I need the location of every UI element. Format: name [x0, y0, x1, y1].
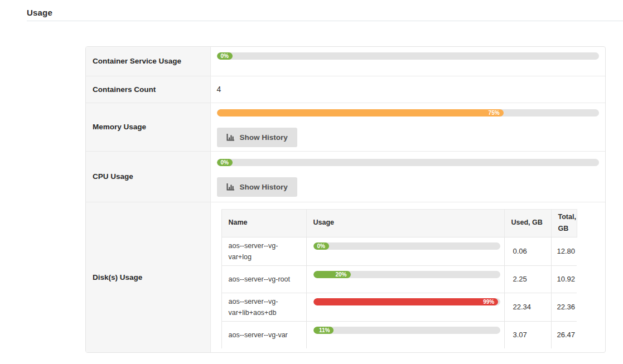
table-row: Container Service Usage 0% — [86, 47, 605, 76]
progress-fill: 99% — [313, 298, 499, 305]
disk-used-value: 22.34 — [504, 293, 551, 321]
table-row: CPU Usage 0% Show History — [86, 151, 605, 202]
disks-header-name: Name — [221, 209, 306, 237]
progress-fill: 75% — [217, 109, 504, 117]
row-label-cpu-usage: CPU Usage — [86, 151, 210, 202]
disk-used-value: 3.07 — [504, 321, 551, 348]
usage-card: Container Service Usage 0% Containers Co… — [85, 46, 606, 353]
table-row: Disk(s) Usage Name Usage Used, GB Total,… — [86, 202, 605, 352]
show-history-button[interactable]: Show History — [217, 177, 297, 197]
disk-total-value: 10.92 — [551, 265, 577, 293]
disk-usage-cell: 99% — [306, 293, 504, 321]
disk-name: aos--server--vg-var+log — [221, 237, 306, 265]
disk-usage-cell: 0% — [306, 237, 504, 265]
bar-chart-icon — [226, 133, 235, 142]
container-service-usage-bar: 0% — [217, 52, 600, 60]
disk-used-value: 2.25 — [504, 265, 551, 293]
disk-usage-bar: 20% — [313, 271, 500, 278]
usage-table: Container Service Usage 0% Containers Co… — [86, 47, 605, 352]
progress-fill: 0% — [217, 52, 233, 60]
row-label-memory-usage: Memory Usage — [86, 103, 210, 151]
title-divider — [27, 21, 623, 21]
disks-header-total: Total, GB — [551, 209, 577, 237]
progress-fill: 20% — [313, 271, 351, 278]
disk-name: aos--server--vg-var+lib+aos+db — [221, 293, 306, 321]
progress-fill: 11% — [313, 327, 334, 334]
cpu-usage-cell: 0% Show History — [210, 151, 605, 202]
disk-total-value: 12.80 — [551, 237, 577, 265]
progress-fill: 0% — [217, 159, 233, 166]
containers-count-value: 4 — [210, 76, 605, 103]
show-history-label: Show History — [240, 133, 288, 142]
disks-header-usage: Usage — [306, 209, 504, 237]
bar-chart-icon — [226, 183, 235, 191]
disk-name: aos--server--vg-var — [221, 321, 306, 348]
show-history-button[interactable]: Show History — [217, 128, 297, 147]
disk-usage-bar: 11% — [313, 327, 500, 334]
table-row: Memory Usage 75% Show History — [86, 103, 605, 151]
disks-usage-cell: Name Usage Used, GB Total, GB aos--serve… — [210, 202, 605, 352]
disks-header-used: Used, GB — [504, 209, 551, 237]
page-title: Usage — [27, 8, 623, 17]
disk-name: aos--server--vg-root — [221, 265, 306, 293]
memory-usage-bar: 75% — [217, 109, 600, 117]
disk-usage-bar: 0% — [313, 242, 500, 250]
memory-usage-cell: 75% Show History — [210, 103, 605, 151]
disk-usage-bar: 99% — [313, 298, 500, 305]
container-service-usage-cell: 0% — [210, 47, 605, 76]
table-row: aos--server--vg-root 20% 2.25 10.92 — [221, 265, 577, 293]
table-row: aos--server--vg-var 11% 3.07 26.47 — [221, 321, 577, 348]
disk-total-value: 26.47 — [551, 321, 577, 348]
row-label-containers-count: Containers Count — [86, 76, 210, 103]
disk-used-value: 0.06 — [504, 237, 551, 265]
cpu-usage-bar: 0% — [217, 159, 600, 166]
table-row: Containers Count 4 — [86, 76, 605, 103]
row-label-container-service-usage: Container Service Usage — [86, 47, 210, 76]
disk-total-value: 22.36 — [551, 293, 577, 321]
row-label-disks-usage: Disk(s) Usage — [86, 202, 210, 352]
disk-usage-cell: 20% — [306, 265, 504, 293]
progress-fill: 0% — [313, 242, 329, 250]
table-row: aos--server--vg-var+log 0% 0.06 12.80 — [221, 237, 577, 265]
disks-header-row: Name Usage Used, GB Total, GB — [221, 209, 577, 237]
show-history-label: Show History — [240, 183, 288, 191]
table-row: aos--server--vg-var+lib+aos+db 99% 22.34… — [221, 293, 577, 321]
disk-usage-cell: 11% — [306, 321, 504, 348]
disks-table: Name Usage Used, GB Total, GB aos--serve… — [221, 209, 577, 349]
